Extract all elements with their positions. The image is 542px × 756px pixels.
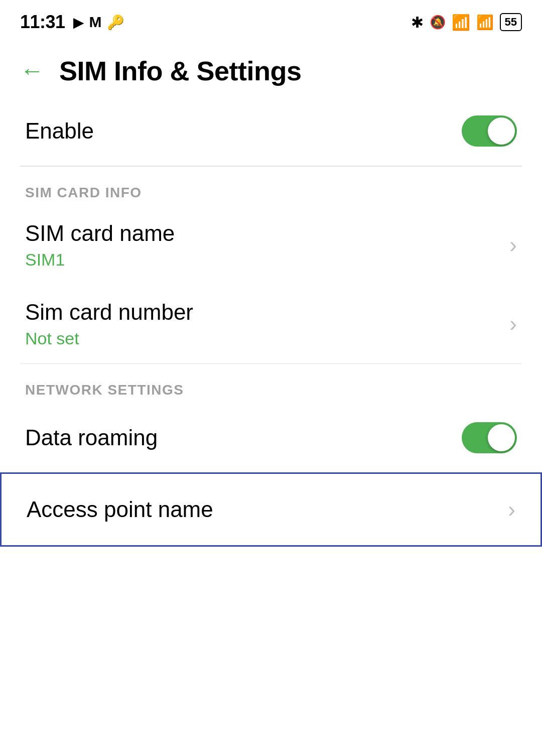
- enable-label: Enable: [25, 118, 94, 144]
- gmail-icon: M: [89, 14, 102, 31]
- status-time: 11:31: [20, 12, 65, 33]
- back-button[interactable]: ←: [20, 59, 44, 83]
- sim-card-name-title: SIM card name: [25, 221, 175, 246]
- battery-level: 55: [505, 16, 517, 28]
- sim-card-number-content: Sim card number Not set: [25, 300, 193, 348]
- data-roaming-row: Data roaming: [0, 403, 542, 472]
- silent-icon: 🔕: [430, 15, 446, 30]
- network-settings-section-header: NETWORK SETTINGS: [0, 364, 542, 403]
- sim-card-number-chevron: ›: [509, 311, 517, 336]
- data-roaming-label: Data roaming: [25, 425, 158, 450]
- sim-card-number-row[interactable]: Sim card number Not set ›: [0, 285, 542, 363]
- enable-row: Enable: [0, 96, 542, 166]
- youtube-icon: ▶: [73, 14, 84, 31]
- battery-indicator: 55: [500, 13, 522, 31]
- sim-card-name-row[interactable]: SIM card name SIM1 ›: [0, 206, 542, 285]
- key-icon: 🔑: [107, 14, 124, 31]
- data-roaming-toggle[interactable]: [462, 422, 517, 453]
- wifi-icon: 📶: [452, 14, 470, 31]
- sim-card-info-section-header: SIM CARD INFO: [0, 167, 542, 206]
- page-title: SIM Info & Settings: [59, 55, 302, 86]
- access-point-name-chevron: ›: [508, 497, 515, 522]
- status-right: ✱ 🔕 📶 📶 55: [411, 13, 522, 31]
- enable-toggle[interactable]: [462, 115, 517, 147]
- status-left: 11:31 ▶ M 🔑: [20, 12, 124, 33]
- signal-icon: 📶: [476, 14, 494, 31]
- sim-card-number-title: Sim card number: [25, 300, 193, 325]
- status-bar: 11:31 ▶ M 🔑 ✱ 🔕 📶 📶 55: [0, 0, 542, 40]
- sim-card-name-chevron: ›: [509, 232, 517, 258]
- sim-card-name-value: SIM1: [25, 250, 175, 270]
- page-header: ← SIM Info & Settings: [0, 40, 542, 96]
- sim-card-number-value: Not set: [25, 329, 193, 348]
- bluetooth-icon: ✱: [411, 14, 424, 31]
- access-point-name-label: Access point name: [27, 497, 213, 522]
- status-icons-left: ▶ M 🔑: [73, 14, 124, 31]
- access-point-name-row[interactable]: Access point name ›: [0, 472, 542, 547]
- sim-card-name-content: SIM card name SIM1: [25, 221, 175, 270]
